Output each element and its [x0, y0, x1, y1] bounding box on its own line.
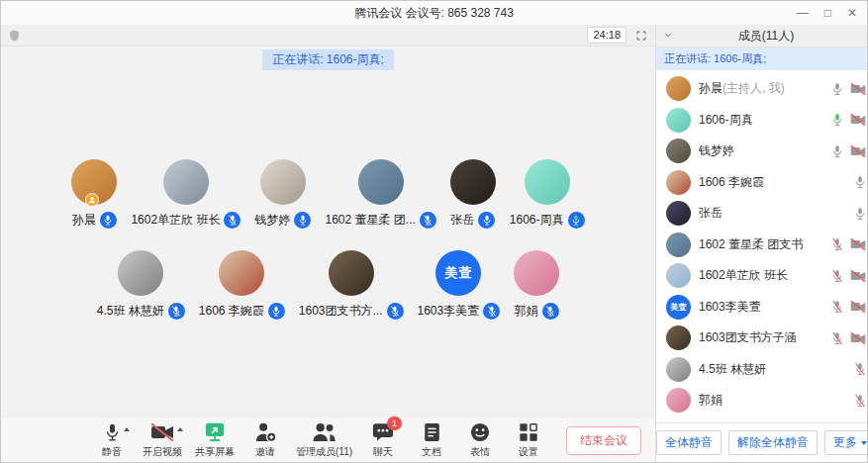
toolbar-manage-members-button[interactable]: 管理成员(11): [294, 421, 354, 459]
unmute-all-button[interactable]: 解除全体静音: [728, 430, 818, 455]
toolbar-docs-button[interactable]: 文档: [412, 421, 451, 459]
toolbar-invite-button[interactable]: 邀请: [245, 421, 285, 459]
member-row[interactable]: 1602单芷欣 班长: [656, 260, 868, 292]
participant-tile[interactable]: 1602单芷欣 班长: [131, 159, 241, 229]
mic-off-icon: [483, 303, 500, 320]
participant-avatar: [450, 159, 496, 205]
participant-avatar: [163, 159, 209, 205]
participant-tile[interactable]: 美萱1603李美萱: [418, 250, 501, 320]
camera-off-icon[interactable]: [850, 83, 866, 95]
member-avatar: [666, 388, 691, 413]
window-title: 腾讯会议 会议号: 865 328 743: [354, 5, 514, 22]
mic-icon: [478, 212, 495, 229]
mic-off-icon[interactable]: [854, 362, 866, 376]
member-row[interactable]: 1602 董星柔 团支书: [656, 230, 868, 261]
toolbar-emoji-button[interactable]: 表情: [460, 421, 500, 459]
bottom-toolbar: 静音开启视频共享屏幕邀请管理成员(11)1聊天文档表情设置 结束会议: [1, 418, 655, 462]
camera-off-icon[interactable]: [850, 238, 866, 250]
members-icon: [312, 421, 337, 442]
security-shield-icon[interactable]: [9, 30, 20, 42]
more-button[interactable]: 更多: [824, 430, 868, 455]
fullscreen-icon[interactable]: [635, 30, 647, 42]
member-avatar: [666, 108, 691, 133]
chat-unread-badge: 1: [387, 417, 402, 430]
camera-off-icon[interactable]: [850, 301, 866, 313]
member-row[interactable]: 1606 李婉霞: [656, 167, 868, 199]
sidebar-header: 成员(11人): [656, 25, 868, 47]
chevron-down-icon[interactable]: [663, 30, 673, 40]
end-meeting-button[interactable]: 结束会议: [566, 426, 641, 455]
member-row[interactable]: 孙晨(主持人, 我): [656, 73, 868, 105]
caret-up-icon[interactable]: [124, 427, 130, 431]
participant-tile[interactable]: 1606-周真: [510, 159, 585, 229]
participant-tile[interactable]: 郭娟: [514, 250, 559, 320]
participant-tile[interactable]: 1603团支书方...: [299, 250, 404, 320]
member-row[interactable]: 张岳: [656, 198, 868, 230]
close-button[interactable]: ✕: [847, 7, 857, 19]
toolbar-label: 静音: [102, 445, 122, 459]
minimize-button[interactable]: —: [797, 7, 809, 19]
mic-off-icon[interactable]: [854, 394, 866, 408]
window-controls: — □ ✕: [797, 1, 857, 25]
toolbar-share-screen-button[interactable]: 共享屏幕: [193, 421, 237, 459]
avatar-initials: 美萱: [444, 264, 472, 282]
maximize-button[interactable]: □: [824, 7, 831, 19]
settings-icon: [519, 422, 538, 442]
mic-off-icon[interactable]: [831, 300, 843, 314]
camera-off-icon[interactable]: [850, 114, 866, 126]
member-row[interactable]: 1603团支书方子涵: [656, 323, 868, 354]
member-name: 1603团支书方子涵: [699, 330, 797, 344]
member-row[interactable]: 郭娟: [656, 385, 868, 417]
participant-tile[interactable]: 钱梦婷: [254, 159, 311, 229]
meeting-window: 腾讯会议 会议号: 865 328 743 — □ ✕ 24:18 正在讲话: …: [0, 0, 868, 463]
mic-icon: [268, 303, 285, 320]
mute-all-button[interactable]: 全体静音: [656, 430, 722, 455]
toolbar-settings-button[interactable]: 设置: [509, 421, 548, 459]
camera-off-icon[interactable]: [850, 270, 866, 282]
member-row[interactable]: 钱梦婷: [656, 136, 868, 167]
member-avatar: [666, 357, 691, 382]
mic-icon[interactable]: [831, 144, 843, 158]
camera-off-icon: [150, 423, 174, 441]
member-name: 4.5班 林慧妍: [699, 362, 766, 376]
mic-icon[interactable]: [854, 175, 866, 189]
participant-avatar: [71, 159, 117, 205]
mic-icon[interactable]: [831, 82, 843, 96]
member-name: 张岳: [699, 206, 723, 220]
mic-off-icon: [420, 212, 436, 229]
participant-avatar: [514, 250, 559, 296]
member-list: 孙晨(主持人, 我)1606-周真钱梦婷1606 李婉霞张岳1602 董星柔 团…: [656, 70, 868, 422]
mic-off-icon[interactable]: [831, 331, 843, 345]
caret-up-icon[interactable]: [177, 427, 183, 431]
mic-icon[interactable]: [854, 207, 866, 221]
main-area: 24:18 正在讲话: 1606-周真; 孙晨1602单芷欣 班长钱梦婷1602…: [1, 25, 655, 462]
participant-grid: 孙晨1602单芷欣 班长钱梦婷1602 董星柔 团...张岳1606-周真4.5…: [71, 159, 584, 320]
mic-speaking-icon[interactable]: [831, 113, 843, 127]
member-name: 郭娟: [699, 393, 723, 407]
meeting-timer: 24:18: [587, 27, 627, 44]
participant-name: 1606-周真: [510, 212, 564, 229]
camera-off-icon[interactable]: [850, 332, 866, 344]
member-row[interactable]: 1606-周真: [656, 105, 868, 137]
toolbar-mute-button[interactable]: 静音: [92, 421, 132, 459]
participant-tile[interactable]: 1606 李婉霞: [199, 250, 285, 320]
mic-off-icon: [224, 212, 241, 229]
toolbar-camera-button[interactable]: 开启视频: [141, 421, 184, 459]
participant-avatar: [118, 250, 163, 296]
mic-off-icon[interactable]: [831, 237, 843, 251]
member-name: 钱梦婷: [699, 143, 734, 157]
member-row[interactable]: 美萱1603李美萱: [656, 292, 868, 324]
member-name: 1602 董星柔 团支书: [699, 237, 803, 251]
participant-tile[interactable]: 孙晨: [71, 159, 117, 229]
toolbar-chat-button[interactable]: 1聊天: [363, 421, 403, 459]
camera-off-icon[interactable]: [850, 145, 866, 157]
toolbar-label: 文档: [422, 445, 441, 459]
participant-tile[interactable]: 4.5班 林慧妍: [97, 250, 185, 320]
member-row[interactable]: 4.5班 林慧妍: [656, 354, 868, 386]
mic-off-icon[interactable]: [831, 269, 843, 283]
participant-tile[interactable]: 1602 董星柔 团...: [325, 159, 435, 229]
participant-tile[interactable]: 张岳: [450, 159, 496, 229]
participant-avatar: [525, 159, 570, 205]
member-name: 1603李美萱: [699, 300, 761, 314]
toolbar-label: 聊天: [373, 445, 393, 459]
